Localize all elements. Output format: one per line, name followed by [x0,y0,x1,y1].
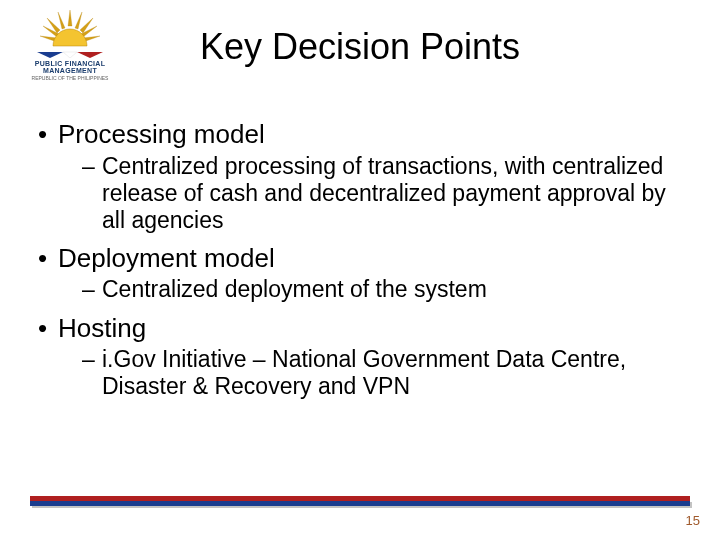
sub-bullet-processing-model: Centralized processing of transactions, … [30,153,690,234]
page-number: 15 [686,513,700,528]
blue-bar [30,501,690,506]
bullet-deployment-model: Deployment model [30,242,690,275]
logo-sub-text: REPUBLIC OF THE PHILIPPINES [10,75,130,81]
bullet-hosting: Hosting [30,312,690,345]
footer-divider [30,496,690,506]
sub-bullet-hosting: i.Gov Initiative – National Government D… [30,346,690,400]
svg-marker-0 [68,10,72,26]
bullet-processing-model: Processing model [30,118,690,151]
content-area: Processing model Centralized processing … [30,118,690,408]
slide-title: Key Decision Points [0,26,720,68]
sub-bullet-deployment-model: Centralized deployment of the system [30,276,690,303]
